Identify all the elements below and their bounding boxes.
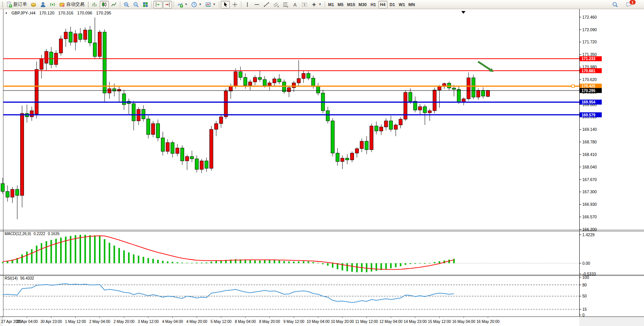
svg-text:16 May 04:00: 16 May 04:00 [452, 320, 475, 324]
macd-indicator-label: MACD(12,26,9) 0.2222 0.1635 [5, 232, 61, 236]
timeframe-M5[interactable]: M5 [336, 1, 345, 8]
search-icon [612, 2, 618, 8]
line-chart-button[interactable] [109, 1, 118, 8]
bar-chart-button[interactable] [90, 1, 99, 8]
svg-text:100: 100 [582, 275, 589, 280]
cursor-arrow-icon [222, 2, 228, 8]
timeframe-W1[interactable]: W1 [397, 1, 407, 8]
line-chart-icon [111, 2, 117, 8]
text-icon: A [292, 2, 298, 8]
channel-icon: E [273, 2, 279, 8]
chart-shift-icon [164, 2, 171, 8]
candlestick-chart-button[interactable] [100, 1, 109, 8]
chevron-down-icon: ▼ [213, 3, 216, 6]
template-icon [205, 2, 211, 8]
toolbar-grip [2, 1, 3, 8]
svg-text:80: 80 [582, 283, 587, 287]
svg-text:11 May 12:00: 11 May 12:00 [355, 320, 378, 324]
timeframe-H1[interactable]: H1 [369, 1, 378, 8]
crosshair-button[interactable] [230, 1, 239, 8]
svg-text:15: 15 [582, 307, 587, 312]
rsi-indicator-label: RSI(14) 56.4332 [5, 276, 35, 280]
svg-text:168.040: 168.040 [582, 165, 597, 169]
svg-text:170.295: 170.295 [582, 89, 596, 93]
svg-text:8 May 20:00: 8 May 20:00 [259, 320, 280, 324]
chevron-down-icon: ▼ [319, 3, 322, 6]
fibonacci-icon: F [282, 2, 289, 8]
tile-windows-button[interactable] [141, 1, 150, 8]
svg-text:170.881: 170.881 [582, 69, 596, 73]
hline-handle[interactable] [572, 85, 574, 87]
timeframe-M15[interactable]: M15 [346, 1, 357, 8]
auto-scroll-button[interactable] [153, 1, 163, 8]
horizontal-line-button[interactable] [252, 1, 261, 8]
text-button[interactable]: A [290, 1, 300, 8]
svg-text:E: E [277, 5, 279, 8]
chevron-down-icon: ▼ [5, 12, 8, 14]
equidistant-channel-button[interactable]: E [271, 1, 281, 8]
timeframe-H4[interactable]: H4 [378, 1, 387, 8]
zoom-out-button[interactable] [131, 1, 140, 8]
svg-text:30 Apr 23:00: 30 Apr 23:00 [40, 320, 62, 324]
svg-text:4 May 20:00: 4 May 20:00 [186, 320, 207, 324]
tile-windows-icon [142, 2, 148, 8]
indicators-button[interactable]: ▼ [175, 1, 189, 8]
periods-button[interactable]: ▼ [190, 1, 203, 8]
timeframe-M30[interactable]: M30 [357, 1, 368, 8]
arrows-tool-button[interactable]: ▼ [309, 1, 323, 8]
notification-badge: 1 [629, 0, 636, 5]
timeframe-group: M1M5M15M30H1H4D1W1MN [327, 1, 416, 8]
svg-text:172.090: 172.090 [582, 27, 597, 32]
bar-chart-icon [92, 2, 98, 8]
text-label-button[interactable]: T [300, 1, 309, 8]
svg-text:1 May 12:00: 1 May 12:00 [65, 320, 86, 324]
chart-title: ▼ GBPJPY-,H4 170.120 170.316 170.096 170… [5, 11, 113, 15]
rsi-value: 56.4332 [20, 276, 34, 280]
market-watch-button[interactable] [29, 1, 38, 8]
zoom-out-icon [133, 2, 139, 8]
chart-canvas[interactable]: 172.460172.090171.720171.350170.980170.6… [0, 0, 644, 326]
signals-button[interactable] [48, 1, 57, 8]
close-value: 170.295 [96, 11, 111, 15]
svg-text:169.579: 169.579 [582, 113, 596, 117]
svg-text:9 May 12:00: 9 May 12:00 [283, 320, 304, 324]
autotrading-icon [59, 2, 65, 8]
zoom-in-button[interactable] [122, 1, 131, 8]
accounts-button[interactable] [38, 1, 48, 8]
new-order-label: 新订单 [13, 1, 27, 8]
notifications-button[interactable]: 1 [624, 1, 633, 8]
new-order-icon [6, 2, 12, 8]
text-label-icon: T [301, 2, 308, 8]
svg-text:3 May 12:00: 3 May 12:00 [138, 320, 159, 324]
timeframe-MN[interactable]: MN [407, 1, 416, 8]
chart-shift-button[interactable] [163, 1, 172, 8]
svg-text:A: A [293, 2, 296, 7]
timeframe-M1[interactable]: M1 [327, 1, 336, 8]
autotrading-button[interactable]: 自动交易 [57, 1, 86, 8]
svg-text:166.930: 166.930 [582, 202, 597, 207]
new-order-button[interactable]: 新订单 [5, 1, 29, 8]
svg-text:172.460: 172.460 [582, 15, 597, 19]
search-button[interactable] [611, 1, 620, 8]
vertical-line-icon [244, 2, 250, 8]
clock-icon [191, 2, 197, 8]
svg-text:2 May 20:00: 2 May 20:00 [113, 320, 134, 324]
svg-text:T: T [303, 3, 306, 6]
autotrading-label: 自动交易 [66, 1, 84, 8]
svg-text:169.954: 169.954 [582, 100, 596, 104]
templates-button[interactable]: ▼ [204, 1, 217, 8]
timeframe-D1[interactable]: D1 [388, 1, 397, 8]
horizontal-line-icon [254, 2, 260, 8]
svg-text:15 May 12:00: 15 May 12:00 [428, 320, 451, 324]
low-value: 170.096 [77, 11, 92, 15]
svg-text:171.350: 171.350 [582, 52, 597, 57]
svg-text:169.140: 169.140 [582, 127, 597, 132]
cursor-button[interactable] [221, 1, 230, 8]
macd-name: MACD(12,26,9) [5, 232, 31, 236]
trendline-button[interactable] [262, 1, 271, 8]
toolbar-grip [87, 1, 89, 8]
vertical-line-button[interactable] [243, 1, 252, 8]
fibonacci-button[interactable]: F [281, 1, 290, 8]
gold-tool-icon [30, 2, 37, 8]
open-value: 170.120 [39, 11, 54, 15]
